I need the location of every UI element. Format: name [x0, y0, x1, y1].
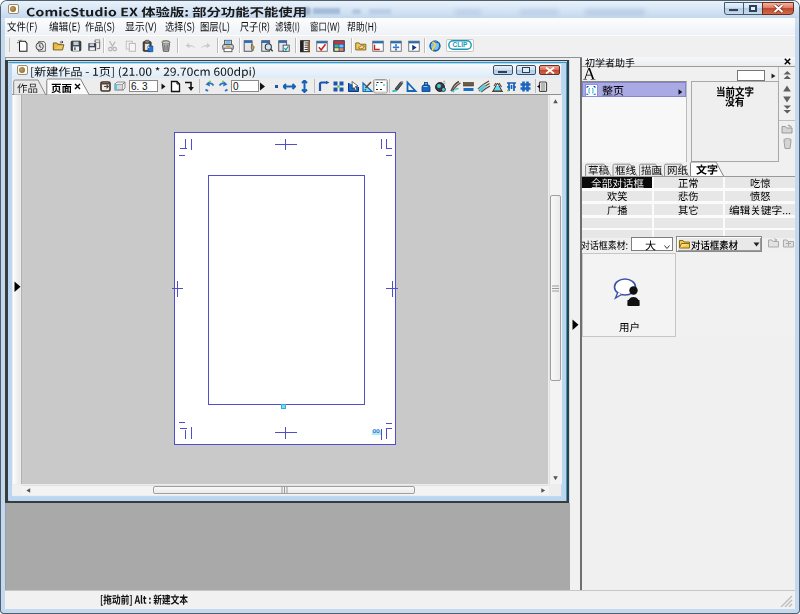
- svg-text:CLIP: CLIP: [453, 41, 468, 48]
